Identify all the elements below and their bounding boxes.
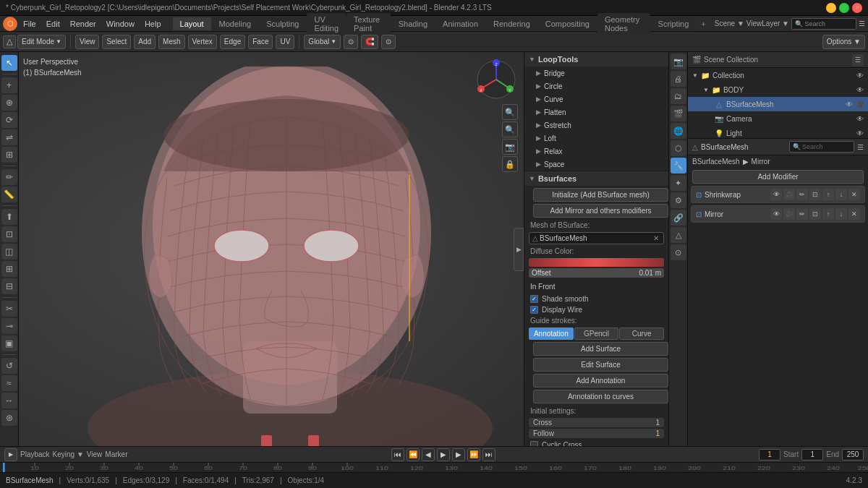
next-keyframe-button[interactable]: ▶ — [452, 448, 465, 461]
tool-shrink-fatten[interactable]: ⊛ — [1, 410, 17, 426]
follow-value[interactable]: 1 — [655, 429, 660, 437]
prop-tab-constraints[interactable]: 🔗 — [671, 210, 686, 226]
modifier-filter[interactable]: ☰ — [857, 143, 864, 151]
prop-tab-world[interactable]: 🌐 — [671, 123, 686, 139]
bridge-item[interactable]: ▶ Bridge — [524, 67, 668, 80]
menu-render[interactable]: Render — [66, 18, 101, 30]
prop-tab-object[interactable]: ⬡ — [671, 140, 686, 156]
add-mirror-button[interactable]: Add Mirror and others modifiers — [533, 204, 668, 218]
pivot-selector[interactable]: ⊙ — [344, 35, 358, 49]
options-menu[interactable]: Options ▼ — [822, 35, 865, 49]
cyclic-cross-row[interactable]: Cyclic Cross — [524, 440, 668, 446]
shrinkwrap-header[interactable]: ⊡ Shrinkwrap 👁 🎥 ✏ ⊡ ↑ ↓ ✕ — [692, 187, 864, 202]
mesh-menu[interactable]: Mesh — [158, 35, 184, 49]
add-menu[interactable]: Add — [134, 35, 156, 49]
mirror-up[interactable]: ↑ — [822, 208, 834, 220]
close-button[interactable]: ✕ — [852, 3, 862, 13]
marker-menu[interactable]: Marker — [105, 450, 127, 458]
offset-row[interactable]: Offset 0.01 m — [529, 268, 664, 278]
relax-item[interactable]: ▶ Relax — [524, 145, 668, 158]
mirror-realtime[interactable]: 👁 — [770, 208, 782, 220]
vertex-menu[interactable]: Vertex — [188, 35, 217, 49]
outliner-row-collection[interactable]: ▼ 📁 Collection 👁 — [688, 68, 868, 82]
mirror-header[interactable]: ⊡ Mirror 👁 🎥 ✏ ⊡ ↑ ↓ ✕ — [692, 206, 864, 222]
mirror-delete[interactable]: ✕ — [848, 208, 860, 220]
mirror-cage[interactable]: ⊡ — [809, 208, 821, 220]
add-surface-button[interactable]: Add Surface — [533, 342, 668, 356]
zoom-in-button[interactable]: 🔍 — [502, 104, 518, 120]
tab-layout[interactable]: Layout — [173, 17, 211, 30]
flatten-item[interactable]: ▶ Flatten — [524, 106, 668, 119]
outliner-row-body[interactable]: ▼ 📁 BODY 👁 — [688, 82, 868, 97]
tab-texture-paint[interactable]: Texture Paint — [346, 13, 391, 35]
menu-file[interactable]: File — [19, 18, 41, 30]
shade-smooth-row[interactable]: ✓ Shade smooth — [524, 294, 668, 304]
mesh-clear-button[interactable]: ✕ — [652, 234, 660, 242]
collection-visibility[interactable]: 👁 — [856, 72, 864, 80]
maximize-button[interactable]: □ — [839, 3, 849, 13]
shrinkwrap-render[interactable]: 🎥 — [783, 189, 795, 200]
uv-menu[interactable]: UV — [276, 35, 294, 49]
curve-item[interactable]: ▶ Curve — [524, 93, 668, 106]
shrinkwrap-realtime[interactable]: 👁 — [770, 189, 782, 200]
bsurface-visibility[interactable]: 👁 — [846, 100, 853, 108]
tool-select[interactable]: ↖ — [1, 55, 17, 71]
prev-keyframe-button[interactable]: ◀ — [422, 448, 435, 461]
add-modifier-button[interactable]: Add Modifier — [692, 170, 864, 184]
mirror-down[interactable]: ↓ — [835, 208, 847, 220]
tool-smooth[interactable]: ≈ — [1, 375, 17, 391]
prop-tab-render[interactable]: 📷 — [671, 53, 686, 69]
tab-scripting[interactable]: Scripting — [651, 17, 697, 30]
loop-tools-header[interactable]: ▼ LoopTools — [524, 52, 668, 67]
light-visibility[interactable]: 👁 — [856, 129, 864, 137]
prop-tab-physics[interactable]: ⚙ — [671, 192, 686, 208]
viewport[interactable]: User Perspective (1) BSurfaceMesh Z Y X — [19, 52, 524, 446]
keying-menu[interactable]: Keying ▼ — [53, 450, 84, 458]
cross-value[interactable]: 1 — [655, 419, 660, 427]
tab-shading[interactable]: Shading — [391, 17, 435, 30]
tool-annotate[interactable]: ✏ — [1, 169, 17, 185]
loft-item[interactable]: ▶ Loft — [524, 132, 668, 145]
circle-item[interactable]: ▶ Circle — [524, 80, 668, 93]
timeline-view-menu[interactable]: View — [87, 450, 103, 458]
mode-selector[interactable]: Edit Mode ▼ — [17, 35, 66, 49]
snap-toggle[interactable]: 🧲 — [361, 35, 378, 49]
tool-bevel[interactable]: ◫ — [1, 244, 17, 260]
mirror-render[interactable]: 🎥 — [783, 208, 795, 220]
shrinkwrap-down[interactable]: ↓ — [835, 189, 847, 200]
tool-rotate[interactable]: ⟳ — [1, 112, 17, 128]
annotation-tab[interactable]: Annotation — [529, 328, 574, 340]
tool-move[interactable]: ⊕ — [1, 95, 17, 111]
tool-poly-build[interactable]: ▣ — [1, 335, 17, 351]
tool-measure[interactable]: 📏 — [1, 187, 17, 202]
prop-tab-scene[interactable]: 🎬 — [671, 106, 686, 121]
current-frame-field[interactable]: 1 — [759, 449, 780, 461]
tool-inset[interactable]: ⊡ — [1, 226, 17, 242]
minimize-button[interactable]: − — [826, 3, 836, 13]
view-layer-selector[interactable]: ViewLayer ▼ — [746, 20, 789, 27]
prop-tab-output[interactable]: 🖨 — [671, 71, 686, 87]
shrinkwrap-cage[interactable]: ⊡ — [809, 189, 821, 200]
initialize-button[interactable]: Initialize (Add BSurface mesh) — [533, 188, 668, 202]
proportional-edit[interactable]: ⊙ — [381, 35, 396, 49]
bsurfaces-header[interactable]: ▼ Bsurfaces — [524, 171, 668, 186]
camera-visibility[interactable]: 👁 — [856, 115, 864, 123]
prop-tab-data[interactable]: △ — [671, 227, 686, 243]
prev-frame-button[interactable]: ⏪ — [407, 448, 420, 461]
outliner-filter[interactable]: ☰ — [852, 54, 864, 66]
tool-offset-edge[interactable]: ⊟ — [1, 278, 17, 294]
viewport-gizmo[interactable]: Z Y X — [475, 58, 518, 101]
filter-button[interactable]: ☰ — [859, 20, 865, 27]
tool-transform[interactable]: ⊞ — [1, 147, 17, 163]
tab-rendering[interactable]: Rendering — [486, 17, 537, 30]
add-annotation-button[interactable]: Add Annotation — [533, 374, 668, 388]
gpencil-tab[interactable]: GPencil — [574, 328, 619, 340]
mirror-edit[interactable]: ✏ — [796, 208, 808, 220]
shrinkwrap-up[interactable]: ↑ — [822, 189, 834, 200]
tool-edge-slide[interactable]: ↔ — [1, 393, 17, 408]
end-frame-field[interactable]: 250 — [842, 449, 864, 461]
menu-edit[interactable]: Edit — [42, 18, 64, 30]
gstretch-item[interactable]: ▶ Gstretch — [524, 119, 668, 132]
lock-camera-button[interactable]: 🔒 — [502, 156, 518, 172]
tab-animation[interactable]: Animation — [435, 17, 485, 30]
